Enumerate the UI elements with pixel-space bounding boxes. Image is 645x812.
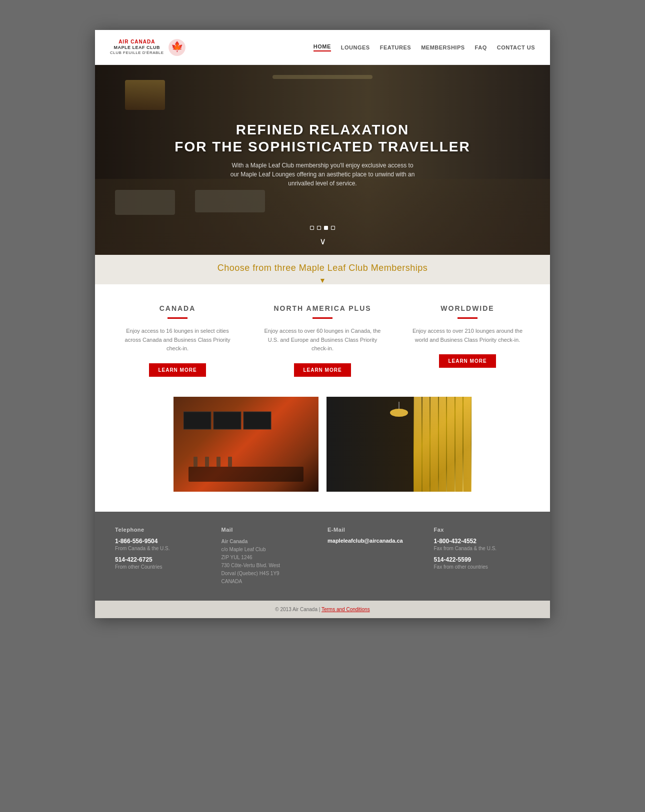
svg-rect-2 — [184, 412, 211, 429]
page-wrapper: AIR CANADA MAPLE LEAF CLUB CLUB FEUILLE … — [95, 30, 550, 618]
stripe-6 — [456, 397, 463, 492]
hero-scroll-arrow[interactable]: ∨ — [320, 236, 326, 247]
nav-memberships[interactable]: MEMBERSHIPS — [421, 44, 464, 50]
bar-counter — [188, 467, 304, 482]
canada-card-desc: Enjoy access to 16 lounges in select cit… — [112, 327, 242, 353]
footer-address-line-3: 730 Côte-Vertu Blvd. West — [222, 563, 280, 568]
stripe-5 — [447, 397, 454, 492]
hero-dot-1[interactable] — [310, 226, 314, 230]
worldwide-learn-more-button[interactable]: LEARN MORE — [439, 354, 496, 368]
bottom-bar: © 2013 Air Canada | Terms and Conditions — [95, 601, 550, 618]
canada-card-title: CANADA — [112, 304, 242, 312]
bar-stools — [194, 457, 232, 467]
svg-text:🍁: 🍁 — [170, 40, 183, 52]
worldwide-card-title: WORLDWIDE — [402, 304, 532, 312]
stool-4 — [228, 457, 232, 467]
svg-point-7 — [390, 409, 408, 417]
north-america-card-divider — [312, 317, 332, 319]
footer-telephone: Telephone 1-866-556-9504 From Canada & t… — [115, 527, 212, 586]
logo-club-feuille: CLUB FEUILLE D'ÉRABLE — [110, 50, 164, 55]
main-nav: HOME LOUNGES FEATURES MEMBERSHIPS FAQ CO… — [314, 43, 535, 51]
footer-fax-secondary-note: Fax from other countries — [434, 564, 530, 570]
footer-phone-primary: 1-866-556-9504 — [115, 538, 212, 545]
stripe-1 — [414, 397, 422, 492]
membership-card-canada: CANADA Enjoy access to 16 lounges in sel… — [112, 304, 242, 377]
footer-email-address: mapleleafclub@aircanada.ca — [328, 538, 424, 544]
north-america-card-title: NORTH AMERICA PLUS — [258, 304, 388, 312]
nav-features[interactable]: FEATURES — [380, 44, 411, 50]
lounge-images-section — [95, 387, 550, 512]
lounge-corridor-image — [326, 397, 472, 492]
membership-banner: Choose from three Maple Leaf Club Member… — [95, 255, 550, 284]
footer-fax-secondary: 514-422-5599 — [434, 556, 530, 563]
stool-2 — [205, 457, 209, 467]
logo-maple-leaf: MAPLE LEAF CLUB — [110, 45, 164, 50]
stripe-2 — [422, 397, 430, 492]
nav-home[interactable]: HOME — [314, 43, 331, 51]
terms-link[interactable]: Terms and Conditions — [322, 607, 370, 612]
hero-dots — [310, 226, 335, 230]
hero-section: REFINED RELAXATIONFOR THE SOPHISTICATED … — [95, 65, 550, 255]
worldwide-card-desc: Enjoy access to over 210 lounges around … — [402, 327, 532, 344]
hanging-lamp — [384, 402, 414, 427]
footer-phone-secondary: 514-422-6725 — [115, 556, 212, 563]
footer-address-line-2: ZIP YUL 1246 — [222, 555, 252, 560]
svg-rect-3 — [214, 412, 241, 429]
site-footer: Telephone 1-866-556-9504 From Canada & t… — [95, 512, 550, 601]
copyright-text: © 2013 Air Canada — [275, 607, 318, 612]
footer-phone-secondary-note: From other Countries — [115, 564, 212, 570]
membership-card-north-america: NORTH AMERICA PLUS Enjoy access to over … — [258, 304, 388, 377]
nav-faq[interactable]: FAQ — [475, 44, 487, 50]
canada-learn-more-button[interactable]: LEARN MORE — [149, 363, 206, 377]
footer-fax-primary: 1-800-432-4552 — [434, 538, 530, 545]
bar-interior — [174, 397, 318, 492]
footer-mail-title: Mail — [222, 527, 318, 533]
lounge-bar-image — [174, 397, 318, 492]
maple-leaf-icon: 🍁 — [168, 38, 186, 56]
footer-company-name: Air Canada — [222, 539, 248, 544]
logo-air-canada: AIR CANADA — [110, 39, 164, 45]
stool-3 — [216, 457, 220, 467]
hero-title: REFINED RELAXATIONFOR THE SOPHISTICATED … — [172, 121, 472, 155]
banner-down-arrow: ▼ — [105, 276, 540, 284]
footer-telephone-title: Telephone — [115, 527, 212, 533]
nav-lounges[interactable]: LOUNGES — [341, 44, 370, 50]
footer-address-line-5: CANADA — [222, 579, 242, 584]
membership-card-worldwide: WORLDWIDE Enjoy access to over 210 loung… — [402, 304, 532, 377]
site-header: AIR CANADA MAPLE LEAF CLUB CLUB FEUILLE … — [95, 30, 550, 65]
logo-area: AIR CANADA MAPLE LEAF CLUB CLUB FEUILLE … — [110, 38, 186, 56]
footer-address-line-4: Dorval (Quebec) H4S 1Y9 — [222, 571, 280, 576]
membership-cards: CANADA Enjoy access to 16 lounges in sel… — [95, 284, 550, 387]
nav-contact[interactable]: CONTACT US — [497, 44, 535, 50]
corridor-interior — [326, 397, 472, 492]
footer-mail: Mail Air Canada c/o Maple Leaf Club ZIP … — [222, 527, 318, 586]
hero-subtitle: With a Maple Leaf Club membership you'll… — [228, 161, 418, 188]
logo-text: AIR CANADA MAPLE LEAF CLUB CLUB FEUILLE … — [110, 39, 164, 55]
svg-rect-4 — [244, 412, 271, 429]
footer-email-title: E-Mail — [328, 527, 424, 533]
membership-banner-title: Choose from three Maple Leaf Club Member… — [105, 263, 540, 273]
hero-dot-3[interactable] — [324, 226, 328, 230]
canada-card-divider — [168, 317, 188, 319]
footer-fax-title: Fax — [434, 527, 530, 533]
hero-dot-4[interactable] — [331, 226, 335, 230]
footer-mail-company: Air Canada c/o Maple Leaf Club ZIP YUL 1… — [222, 538, 318, 586]
stripe-7 — [464, 397, 471, 492]
stool-1 — [194, 457, 198, 467]
north-america-learn-more-button[interactable]: LEARN MORE — [294, 363, 350, 377]
worldwide-card-divider — [458, 317, 478, 319]
footer-fax-primary-note: Fax from Canada & the U.S. — [434, 546, 530, 551]
hero-dot-2[interactable] — [317, 226, 321, 230]
footer-address-line-1: c/o Maple Leaf Club — [222, 547, 266, 552]
footer-phone-primary-note: From Canada & the U.S. — [115, 546, 212, 551]
stripe-3 — [430, 397, 438, 492]
tv-screens — [184, 407, 284, 447]
corridor-gold-stripes — [414, 397, 472, 492]
north-america-card-desc: Enjoy access to over 60 lounges in Canad… — [258, 327, 388, 353]
stripe-4 — [439, 397, 446, 492]
hero-content: REFINED RELAXATIONFOR THE SOPHISTICATED … — [172, 121, 472, 188]
footer-fax: Fax 1-800-432-4552 Fax from Canada & the… — [434, 527, 530, 586]
footer-email: E-Mail mapleleafclub@aircanada.ca — [328, 527, 424, 586]
